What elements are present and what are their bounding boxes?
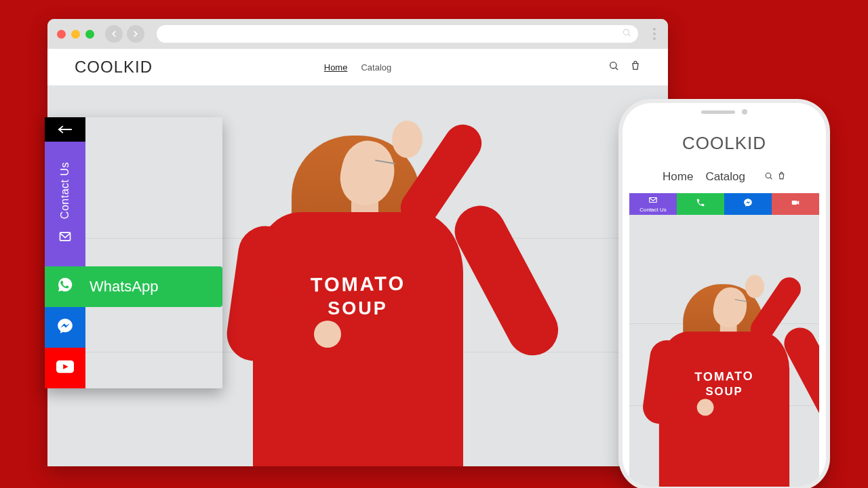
browser-chrome — [47, 19, 668, 49]
collapse-button[interactable] — [45, 117, 85, 142]
phone-icon — [696, 198, 705, 210]
search-icon — [622, 28, 631, 40]
cart-icon[interactable] — [630, 60, 641, 74]
messenger-button[interactable] — [45, 307, 85, 348]
phone-frame: COOLKID Home Catalog Contact Us — [623, 103, 826, 487]
whatsapp-label: WhatsApp — [90, 278, 159, 296]
hero-person: TOMATO SOUP — [236, 94, 480, 466]
sweater-line-1: TOMATO — [235, 271, 480, 298]
browser-menu-icon[interactable] — [650, 28, 658, 40]
messenger-icon — [56, 317, 74, 338]
url-bar[interactable] — [157, 25, 638, 43]
svg-line-3 — [616, 68, 618, 70]
whatsapp-icon — [57, 277, 73, 297]
phone-sweater-line-2: SOUP — [648, 385, 800, 398]
svg-line-8 — [770, 178, 772, 179]
phone-sweater-text: TOMATO SOUP — [648, 369, 800, 398]
sweater-line-2: SOUP — [236, 298, 480, 319]
contact-us-label: Contact Us — [59, 162, 71, 219]
phone-contact-us-label: Contact Us — [639, 207, 667, 213]
traffic-light-minimize[interactable] — [71, 30, 80, 39]
search-icon[interactable] — [608, 60, 619, 74]
svg-rect-9 — [650, 198, 657, 203]
header-icons — [608, 60, 641, 74]
messenger-icon — [743, 198, 753, 210]
phone-video-button[interactable] — [772, 193, 819, 215]
svg-point-2 — [610, 62, 616, 68]
svg-point-0 — [623, 29, 629, 35]
phone-hero-image: TOMATO SOUP — [629, 215, 819, 487]
traffic-light-zoom[interactable] — [85, 30, 94, 39]
cart-icon[interactable] — [777, 170, 786, 184]
phone-notch — [673, 103, 775, 121]
phone-contact-us-button[interactable]: Contact Us — [629, 193, 677, 215]
contact-widget: Contact Us WhatsApp — [45, 117, 222, 388]
forward-button[interactable] — [127, 25, 144, 43]
site-nav: Home Catalog — [324, 62, 392, 73]
phone-header-icons — [764, 170, 786, 184]
back-button[interactable] — [105, 25, 123, 43]
video-icon — [791, 198, 800, 210]
svg-rect-10 — [792, 201, 797, 205]
phone-contact-bar: Contact Us — [629, 193, 819, 215]
mail-icon — [58, 230, 72, 246]
nav-arrows — [105, 25, 144, 43]
phone-nav-home[interactable]: Home — [663, 170, 693, 184]
nav-catalog[interactable]: Catalog — [361, 62, 391, 73]
search-icon[interactable] — [764, 170, 773, 184]
phone-call-button[interactable] — [677, 193, 724, 215]
phone-nav-catalog[interactable]: Catalog — [705, 170, 745, 184]
brand-logo[interactable]: COOLKID — [75, 58, 153, 77]
traffic-lights — [57, 30, 94, 39]
svg-point-7 — [766, 173, 771, 178]
contact-us-button[interactable]: Contact Us — [45, 142, 85, 266]
nav-home[interactable]: Home — [324, 62, 348, 73]
phone-hero-person: TOMATO SOUP — [648, 258, 800, 487]
phone-screen: COOLKID Home Catalog Contact Us — [629, 110, 819, 487]
youtube-button[interactable] — [45, 348, 85, 388]
whatsapp-button[interactable]: WhatsApp — [45, 266, 222, 307]
mail-icon — [648, 195, 658, 206]
youtube-icon — [56, 360, 74, 376]
phone-nav: Home Catalog — [629, 163, 819, 193]
svg-line-1 — [629, 35, 631, 37]
traffic-light-close[interactable] — [57, 30, 66, 39]
phone-messenger-button[interactable] — [724, 193, 772, 215]
site-header: COOLKID Home Catalog — [47, 49, 668, 85]
sweater-text: TOMATO SOUP — [236, 273, 480, 319]
phone-sweater-line-1: TOMATO — [648, 368, 800, 384]
